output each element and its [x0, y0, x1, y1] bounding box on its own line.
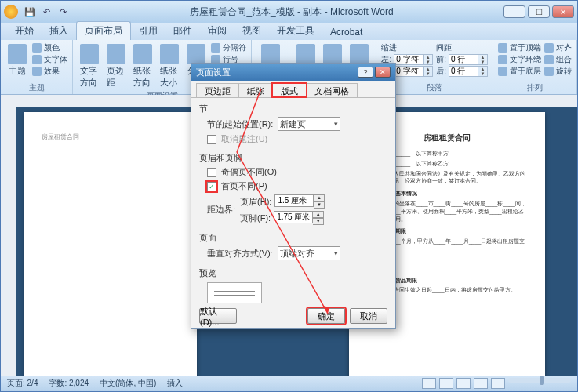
spacing-after-input[interactable]: ▲▼ — [449, 66, 488, 77]
orientation[interactable]: 纸张方向 — [131, 42, 154, 90]
rotate[interactable]: 旋转 — [544, 66, 572, 77]
breaks[interactable]: 分隔符 — [211, 42, 246, 53]
dialog-tab-paper[interactable]: 纸张 — [238, 83, 273, 97]
spacing-label: 间距 — [436, 42, 488, 53]
tab-references[interactable]: 引用 — [131, 22, 165, 40]
send-back[interactable]: 置于底层 — [498, 66, 541, 77]
theme-effects[interactable]: 效果 — [32, 66, 67, 77]
margins[interactable]: 页边距 — [104, 42, 128, 90]
suppress-endnotes-checkbox[interactable] — [207, 135, 216, 144]
spacing-before-input[interactable]: ▲▼ — [449, 54, 488, 65]
zoom-slider[interactable] — [508, 378, 571, 383]
ribbon-tabs: 开始 插入 页面布局 引用 邮件 审阅 视图 开发工具 Acrobat — [1, 23, 577, 40]
page-section-label: 页面 — [199, 232, 387, 244]
qat-undo-icon[interactable]: ↶ — [39, 5, 53, 19]
align[interactable]: 对齐 — [544, 42, 572, 53]
themes-button[interactable]: 主题 — [5, 42, 29, 78]
view-fullscreen[interactable] — [439, 378, 453, 389]
window-title: 房屋租赁合同_范本_模版 - 副本 - Microsoft Word — [82, 5, 501, 19]
office-button[interactable] — [4, 5, 18, 19]
indent-left-input[interactable]: ▲▼ — [394, 54, 433, 65]
group-paragraph-label: 段落 — [381, 82, 488, 93]
header-footer-label: 页眉和页脚 — [199, 152, 387, 164]
section-label: 节 — [199, 103, 387, 114]
text-direction[interactable]: 文字方向 — [78, 42, 101, 90]
theme-colors[interactable]: 颜色 — [32, 42, 67, 53]
vertical-ruler[interactable] — [1, 107, 16, 376]
first-page-different-checkbox[interactable]: ✓ — [207, 182, 216, 191]
status-words[interactable]: 字数: 2,024 — [49, 378, 89, 389]
view-draft[interactable] — [491, 378, 505, 389]
tab-home[interactable]: 开始 — [7, 22, 42, 40]
header-distance-input[interactable]: ▲▼ — [274, 194, 325, 209]
qat-save-icon[interactable]: 💾 — [23, 5, 37, 19]
preview-label: 预览 — [199, 267, 387, 279]
page-setup-dialog: 页面设置 ? ✕ 页边距 纸张 版式 文档网格 节 节的起始位置(R): 新建页… — [191, 63, 396, 329]
group-arrange-label: 排列 — [498, 82, 572, 93]
vertical-align-combo[interactable]: 顶端对齐 — [278, 246, 340, 260]
view-print-layout[interactable] — [422, 378, 436, 389]
tab-developer[interactable]: 开发工具 — [269, 22, 322, 40]
bring-front[interactable]: 置于顶端 — [498, 42, 541, 53]
indent-label: 缩进 — [381, 42, 433, 53]
footer-distance-input[interactable]: ▲▼ — [274, 211, 324, 225]
document-page-1[interactable]: 房屋租赁合同 — [24, 112, 197, 376]
status-mode[interactable]: 插入 — [167, 378, 183, 389]
cancel-button[interactable]: 取消 — [350, 308, 387, 324]
dialog-tab-grid[interactable]: 文档网格 — [306, 83, 358, 97]
status-page[interactable]: 页面: 2/4 — [7, 378, 38, 389]
maximize-button[interactable]: ☐ — [528, 5, 550, 18]
group-themes-label: 主题 — [5, 82, 67, 93]
close-button[interactable]: ✕ — [552, 5, 574, 18]
indent-right-input[interactable]: ▲▼ — [394, 66, 433, 77]
tab-review[interactable]: 审阅 — [200, 22, 234, 40]
odd-even-checkbox[interactable] — [207, 168, 216, 177]
qat-redo-icon[interactable]: ↷ — [56, 5, 70, 19]
dialog-close-button[interactable]: ✕ — [375, 67, 391, 78]
dialog-title: 页面设置 — [196, 67, 358, 78]
default-button[interactable]: 默认(D)... — [199, 308, 237, 324]
view-outline[interactable] — [474, 378, 488, 389]
size[interactable]: 纸张大小 — [158, 42, 181, 90]
tab-view[interactable]: 视图 — [234, 22, 269, 40]
status-lang[interactable]: 中文(简体, 中国) — [100, 378, 156, 389]
tab-acrobat[interactable]: Acrobat — [322, 24, 370, 40]
section-start-combo[interactable]: 新建页 — [278, 117, 340, 131]
tab-mailings[interactable]: 邮件 — [165, 22, 200, 40]
view-web[interactable] — [456, 378, 471, 389]
minimize-button[interactable]: — — [503, 5, 525, 18]
tab-insert[interactable]: 插入 — [42, 22, 76, 40]
theme-fonts[interactable]: 文字体 — [32, 54, 67, 65]
dialog-tab-margins[interactable]: 页边距 — [196, 83, 239, 97]
dialog-help-button[interactable]: ? — [358, 67, 373, 78]
ok-button[interactable]: 确定 — [307, 308, 345, 324]
text-wrap[interactable]: 文字环绕 — [498, 54, 541, 65]
preview-pane — [207, 282, 262, 303]
dialog-tab-layout[interactable]: 版式 — [272, 83, 307, 97]
tab-page-layout[interactable]: 页面布局 — [76, 21, 131, 40]
group[interactable]: 组合 — [544, 54, 572, 65]
